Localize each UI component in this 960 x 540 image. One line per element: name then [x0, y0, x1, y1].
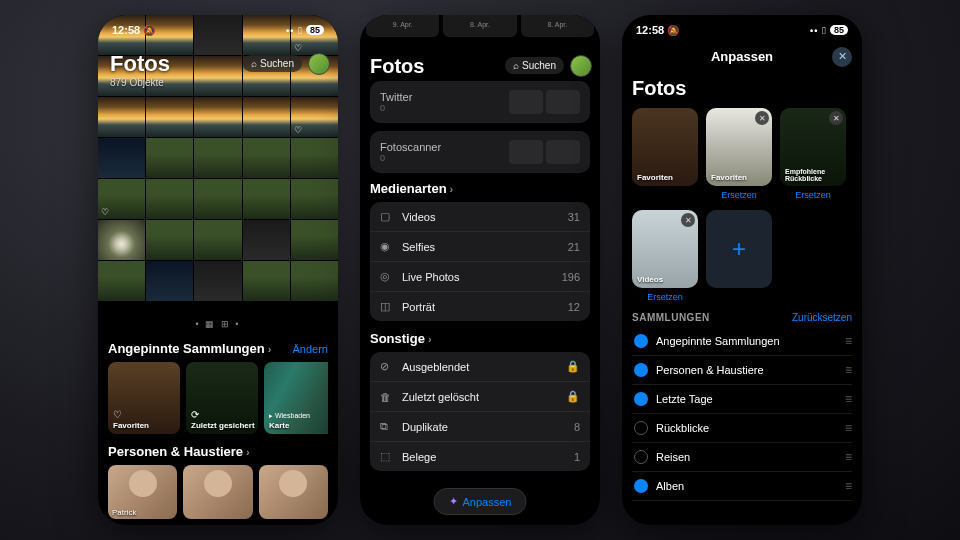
- profile-avatar[interactable]: [570, 55, 592, 77]
- toggle-on-icon[interactable]: [634, 363, 648, 377]
- status-bar: 12:58 🔕 􀙇 85: [622, 15, 862, 45]
- portrait-icon: ◫: [380, 300, 396, 313]
- toggle-off-icon[interactable]: [634, 450, 648, 464]
- battery-indicator: 85: [306, 25, 324, 35]
- drag-handle-icon[interactable]: ≡: [845, 392, 850, 406]
- list-item[interactable]: Rückblicke≡: [632, 414, 852, 443]
- reset-button[interactable]: Zurücksetzen: [792, 312, 852, 323]
- media-types-list: ▢Videos31 ◉Selfies21 ◎Live Photos196 ◫Po…: [370, 202, 590, 321]
- profile-avatar[interactable]: [308, 53, 330, 75]
- list-item[interactable]: ⊘Ausgeblendet🔒: [370, 352, 590, 382]
- tile-favorites[interactable]: Favoriten: [632, 108, 698, 186]
- collection-favorites[interactable]: ♡Favoriten: [108, 362, 180, 434]
- wifi-icon: 􀙇: [822, 25, 826, 36]
- toggle-on-icon[interactable]: [634, 334, 648, 348]
- object-count: 879 Objekte: [110, 77, 170, 88]
- wifi-icon: 􀙇: [298, 25, 302, 36]
- phone-photos-main: 12:58 🔕 􀙇 85 ♡ ♡ ♡ Fotos 879 Objekte ⌕Su…: [98, 15, 338, 525]
- media-types-header[interactable]: Medienarten›: [370, 181, 590, 196]
- section-title: Fotos: [632, 77, 852, 100]
- status-time: 12:58 🔕: [636, 24, 679, 36]
- person-card[interactable]: [183, 465, 252, 519]
- other-list: ⊘Ausgeblendet🔒 🗑Zuletzt gelöscht🔒 ⧉Dupli…: [370, 352, 590, 471]
- chevron-right-icon: ›: [450, 183, 454, 195]
- add-tile-button[interactable]: +: [706, 210, 772, 288]
- replace-button[interactable]: Ersetzen: [706, 190, 772, 200]
- list-item[interactable]: ▢Videos31: [370, 202, 590, 232]
- list-item[interactable]: ◎Live Photos196: [370, 262, 590, 292]
- list-item[interactable]: ⧉Duplikate8: [370, 412, 590, 442]
- remove-icon[interactable]: ✕: [829, 111, 843, 125]
- hidden-icon: ⊘: [380, 360, 396, 373]
- top-date-peek: 9. Apr.8. Apr.8. Apr.: [360, 15, 600, 37]
- close-button[interactable]: ✕: [832, 47, 852, 67]
- silent-icon: 🔕: [667, 25, 679, 36]
- list-item[interactable]: Alben≡: [632, 472, 852, 501]
- sparkle-icon: ✦: [449, 495, 458, 508]
- drag-handle-icon[interactable]: ≡: [845, 450, 850, 464]
- heart-icon: ♡: [113, 409, 122, 420]
- duplicate-icon: ⧉: [380, 420, 396, 433]
- other-header[interactable]: Sonstige›: [370, 331, 590, 346]
- tile-videos[interactable]: ✕Videos: [632, 210, 698, 288]
- remove-icon[interactable]: ✕: [681, 213, 695, 227]
- drag-handle-icon[interactable]: ≡: [845, 421, 850, 435]
- edit-button[interactable]: Ändern: [293, 343, 328, 355]
- phone-customize-sheet: 12:58 🔕 􀙇 85 Anpassen ✕ Fotos Favoriten …: [622, 15, 862, 525]
- tile-recommended[interactable]: ✕Empfohlene Rückblicke: [780, 108, 846, 186]
- view-pager[interactable]: • ▦ ⊞ •: [98, 319, 338, 329]
- shared-album-card[interactable]: Twitter0: [370, 81, 590, 123]
- map-pin-icon: ▸ Wiesbaden: [269, 412, 310, 420]
- list-item[interactable]: Letzte Tage≡: [632, 385, 852, 414]
- toggle-on-icon[interactable]: [634, 392, 648, 406]
- list-item[interactable]: Angepinnte Sammlungen≡: [632, 327, 852, 356]
- list-item[interactable]: Reisen≡: [632, 443, 852, 472]
- replace-button[interactable]: Ersetzen: [780, 190, 846, 200]
- list-item[interactable]: Personen & Haustiere≡: [632, 356, 852, 385]
- collection-map[interactable]: ▸ WiesbadenKarte: [264, 362, 328, 434]
- person-card[interactable]: Patrick: [108, 465, 177, 519]
- battery-indicator: 85: [830, 25, 848, 35]
- search-button[interactable]: ⌕Suchen: [505, 57, 564, 74]
- pinned-collections-header[interactable]: Angepinnte Sammlungen›: [108, 341, 271, 356]
- heart-icon: ♡: [294, 125, 302, 135]
- chevron-right-icon: ›: [268, 343, 272, 355]
- search-icon: ⌕: [513, 60, 519, 71]
- drag-handle-icon[interactable]: ≡: [845, 334, 850, 348]
- replace-button[interactable]: Ersetzen: [632, 292, 698, 302]
- search-icon: ⌕: [251, 58, 257, 69]
- heart-icon: ♡: [101, 207, 109, 217]
- search-button[interactable]: ⌕Suchen: [243, 55, 302, 72]
- collections-header: SAMMLUNGEN: [632, 312, 710, 323]
- collections-reorder-list: Angepinnte Sammlungen≡ Personen & Hausti…: [632, 327, 852, 501]
- drag-handle-icon[interactable]: ≡: [845, 479, 850, 493]
- remove-icon[interactable]: ✕: [755, 111, 769, 125]
- status-bar: 12:58 🔕 􀙇 85: [98, 15, 338, 45]
- person-card[interactable]: [259, 465, 328, 519]
- list-item[interactable]: 🗑Zuletzt gelöscht🔒: [370, 382, 590, 412]
- people-pets-header[interactable]: Personen & Haustiere›: [108, 444, 250, 459]
- livephoto-icon: ◎: [380, 270, 396, 283]
- list-item[interactable]: ⬚Belege1: [370, 442, 590, 471]
- list-item[interactable]: ◉Selfies21: [370, 232, 590, 262]
- toggle-on-icon[interactable]: [634, 479, 648, 493]
- chevron-right-icon: ›: [246, 446, 250, 458]
- signal-icon: [810, 24, 818, 36]
- plus-icon: +: [732, 235, 746, 263]
- lock-icon: 🔒: [566, 360, 580, 373]
- people-row[interactable]: Patrick: [108, 465, 328, 519]
- pinned-collections-row[interactable]: ♡Favoriten ⟳Zuletzt gesichert ▸ Wiesbade…: [108, 362, 328, 434]
- shared-album-card[interactable]: Fotoscanner0: [370, 131, 590, 173]
- silent-icon: 🔕: [143, 25, 155, 36]
- clock-icon: ⟳: [191, 409, 199, 420]
- video-icon: ▢: [380, 210, 396, 223]
- toggle-off-icon[interactable]: [634, 421, 648, 435]
- tile-memories[interactable]: ✕Favoriten: [706, 108, 772, 186]
- status-time: 12:58 🔕: [112, 24, 155, 36]
- lock-icon: 🔒: [566, 390, 580, 403]
- list-item[interactable]: ◫Porträt12: [370, 292, 590, 321]
- drag-handle-icon[interactable]: ≡: [845, 363, 850, 377]
- customize-button[interactable]: ✦Anpassen: [434, 488, 527, 515]
- collection-recent[interactable]: ⟳Zuletzt gesichert: [186, 362, 258, 434]
- signal-icon: [286, 24, 294, 36]
